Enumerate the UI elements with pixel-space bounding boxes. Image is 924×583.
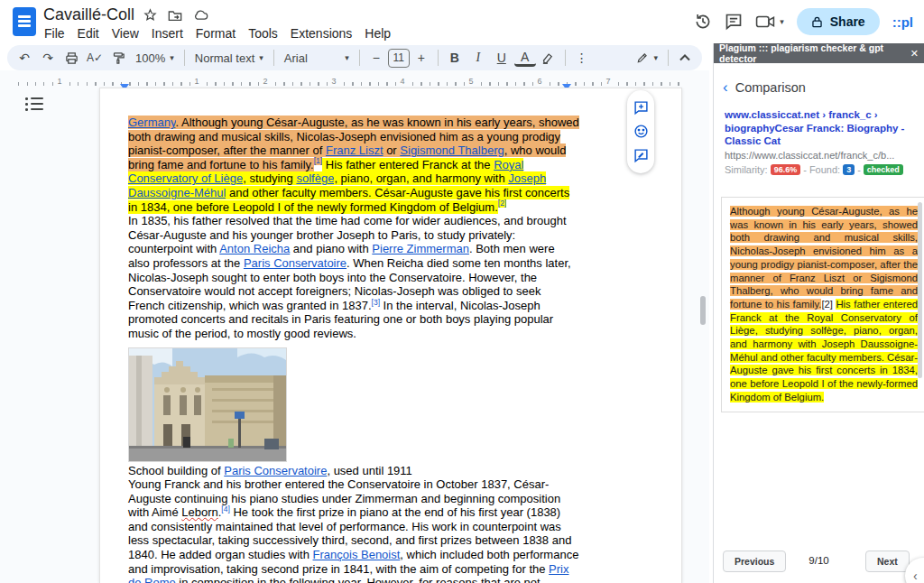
editing-mode-select[interactable]: ▾ [631, 51, 663, 64]
menu-view[interactable]: View [106, 24, 145, 42]
citation-ref: [2] [821, 299, 833, 310]
ruler-number: 1 [192, 77, 200, 86]
comments-icon[interactable] [725, 13, 743, 31]
comparison-back[interactable]: ‹ Comparison [723, 79, 806, 95]
source-link[interactable]: www.classiccat.net › franck_c › biograph… [725, 108, 910, 148]
ruler-number: 4 [398, 77, 406, 86]
paragraph[interactable]: Germany. Although young César-Auguste, a… [128, 116, 579, 214]
increase-font-icon[interactable]: + [411, 47, 432, 69]
paragraph[interactable]: Young Franck and his brother entered the… [128, 477, 579, 583]
document-text: Germany. Although young César-Auguste, a… [128, 116, 579, 583]
redo-icon[interactable]: ↷ [37, 47, 59, 69]
spellcheck-icon[interactable]: A✓ [84, 47, 106, 69]
document-page[interactable]: Germany. Although young César-Auguste, a… [99, 88, 682, 583]
checked-badge: checked [864, 164, 903, 175]
document-scrollbar[interactable] [700, 296, 706, 325]
menu-extensions[interactable]: Extensions [284, 24, 358, 42]
menu-tools[interactable]: Tools [242, 24, 284, 42]
ruler-number: 3 [329, 77, 337, 86]
chevron-down-icon: ▾ [259, 53, 263, 62]
yellow-matched-text: His father entered Franck at the Royal C… [730, 299, 918, 403]
ruler-number: 7 [604, 77, 612, 86]
account-avatar[interactable]: ::pl [892, 14, 917, 30]
bold-icon[interactable]: B [444, 47, 466, 69]
collapse-toolbar-icon[interactable] [674, 47, 696, 69]
more-options-icon[interactable]: ⋮ [571, 47, 593, 69]
paragraph-style-select[interactable]: Normal text▾ [189, 51, 269, 65]
menu-insert[interactable]: Insert [145, 24, 189, 42]
paint-format-icon[interactable] [107, 47, 129, 69]
source-url: https://www.classiccat.net/franck_c/b... [725, 150, 910, 161]
app-header: Cavaillé-Coll File Edit View Insert Form… [0, 0, 924, 43]
similarity-row: Similarity: 96.6% - Found: 3 - checked [725, 164, 910, 175]
font-size-input[interactable]: 11 [388, 49, 410, 68]
share-button[interactable]: Share [797, 8, 880, 35]
ruler-number: 1 [55, 77, 63, 86]
menu-edit[interactable]: Edit [71, 24, 106, 42]
underline-icon[interactable]: U [491, 47, 513, 69]
similarity-badge: 96.6% [771, 164, 801, 175]
plagium-sidebar: Plagium ::: plagiarism checker & gpt det… [713, 43, 924, 583]
meet-dropdown-caret[interactable]: ▾ [780, 17, 784, 26]
found-badge: 3 [843, 164, 855, 175]
zoom-select[interactable]: 100%▾ [130, 51, 180, 65]
emoji-reaction-icon[interactable] [633, 124, 649, 139]
ruler-number: 2 [261, 77, 269, 86]
comparison-heading: Comparison [735, 80, 806, 95]
chevron-down-icon: ▾ [170, 53, 174, 62]
paragraph[interactable]: In 1835, his father resolved that the ti… [128, 214, 579, 340]
star-icon[interactable] [143, 8, 157, 22]
version-history-icon[interactable] [694, 13, 712, 31]
chevron-down-icon: ▾ [345, 53, 349, 62]
menu-help[interactable]: Help [358, 24, 397, 42]
italic-icon[interactable]: I [467, 47, 489, 69]
decrease-font-icon[interactable]: − [365, 47, 387, 69]
lock-icon [811, 16, 823, 28]
conservatoire-photo[interactable] [128, 347, 287, 462]
menu-bar: File Edit View Insert Format Tools Exten… [38, 24, 397, 42]
sidebar-header: Plagium ::: plagiarism checker & gpt det… [714, 43, 924, 63]
pen-icon [636, 51, 649, 64]
cloud-status-icon[interactable] [193, 9, 208, 21]
ruler-number: 6 [535, 77, 543, 86]
next-button[interactable]: Next [865, 551, 910, 572]
menu-format[interactable]: Format [189, 24, 242, 42]
previous-button[interactable]: Previous [723, 551, 786, 572]
image-caption[interactable]: School building of Paris Conservatoire, … [128, 464, 579, 478]
suggest-edits-icon[interactable] [633, 148, 649, 163]
chevron-down-icon: ▾ [653, 53, 658, 62]
move-folder-icon[interactable] [168, 9, 182, 22]
chevron-left-icon: ‹ [913, 569, 918, 583]
source-result: www.classiccat.net › franck_c › biograph… [725, 108, 910, 175]
pagination-row: Previous 9/10 Next [714, 545, 924, 576]
highlight-color-icon[interactable] [538, 47, 559, 69]
meet-video-icon[interactable]: ▾ [755, 14, 784, 29]
document-outline-icon[interactable] [25, 97, 43, 112]
chevron-left-icon[interactable]: ‹ [723, 79, 728, 95]
found-label: Found: [809, 164, 840, 175]
page-counter: 9/10 [808, 555, 828, 566]
doc-title[interactable]: Cavaillé-Coll [43, 5, 134, 24]
undo-icon[interactable]: ↶ [14, 47, 35, 69]
google-docs-logo[interactable] [13, 7, 36, 36]
similarity-label: Similarity: [725, 164, 768, 175]
print-icon[interactable] [60, 47, 82, 69]
document-canvas: 1 1 2 3 4 5 6 7 Germany. Although young … [0, 70, 709, 583]
add-comment-icon[interactable] [633, 100, 649, 116]
close-icon[interactable]: ✕ [910, 48, 919, 60]
sidebar-title: Plagium ::: plagiarism checker & gpt det… [719, 42, 910, 64]
comparison-text-box[interactable]: Although young César-Auguste, as he was … [721, 197, 924, 412]
margin-action-rail [627, 90, 654, 173]
text-color-icon[interactable]: A [514, 49, 536, 67]
menu-file[interactable]: File [38, 24, 71, 42]
format-toolbar: ↶ ↷ A✓ 100%▾ Normal text▾ Arial▾ − 11 + … [7, 45, 702, 70]
ruler-number: 5 [467, 77, 475, 86]
font-select[interactable]: Arial▾ [279, 51, 355, 65]
orange-matched-text: Although young César-Auguste, as he was … [730, 206, 918, 310]
sidebar-scrollbar[interactable] [918, 202, 922, 378]
